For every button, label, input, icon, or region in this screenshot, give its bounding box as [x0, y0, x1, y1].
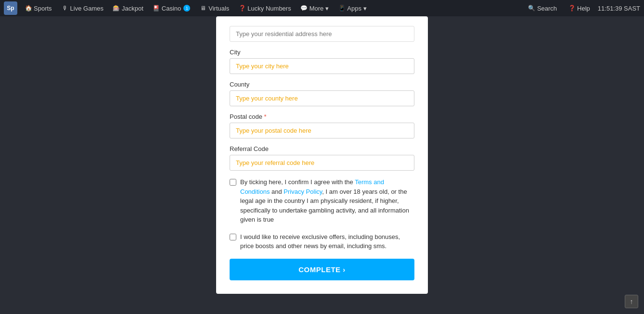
nav-virtuals-label: Virtuals [208, 5, 229, 12]
residential-address-input[interactable] [230, 26, 414, 42]
nav-casino[interactable]: 🎴 Casino 1 [149, 3, 194, 14]
complete-button[interactable]: COMPLETE › [230, 259, 414, 280]
nav-help-label: Help [577, 5, 590, 12]
nav-more-label: More [309, 5, 324, 12]
registration-form: City County Postal code * Referral Code … [216, 16, 428, 294]
navbar: Sp 🏠 Sports 🎙 Live Games 🎰 Jackpot 🎴 Cas… [0, 0, 644, 16]
apps-chevron-icon: ▾ [363, 5, 367, 12]
nav-help[interactable]: ❓ Help [565, 3, 594, 14]
live-icon: 🎙 [62, 5, 68, 12]
county-label: County [230, 81, 414, 88]
search-icon: 🔍 [528, 5, 535, 12]
county-input[interactable] [230, 90, 414, 106]
nav-apps-label: Apps [347, 5, 361, 12]
city-input[interactable] [230, 58, 414, 74]
referral-code-group: Referral Code [230, 145, 414, 171]
terms-checkbox[interactable] [230, 179, 236, 186]
jackpot-icon: 🎰 [113, 5, 120, 12]
nav-apps[interactable]: 📱 Apps ▾ [335, 3, 371, 14]
nav-search[interactable]: 🔍 Search [525, 3, 561, 14]
city-group: City [230, 49, 414, 74]
nav-sports-label: Sports [34, 5, 52, 12]
nav-virtuals[interactable]: 🖥 Virtuals [196, 3, 233, 14]
referral-code-label: Referral Code [230, 145, 414, 152]
more-icon: 💬 [301, 5, 308, 12]
postal-code-input[interactable] [230, 123, 414, 138]
more-chevron-icon: ▾ [325, 5, 329, 12]
offers-text: I would like to receive exclusive offers… [240, 232, 414, 251]
nav-more[interactable]: 💬 More ▾ [297, 3, 333, 14]
required-marker: * [264, 113, 267, 120]
city-label: City [230, 49, 414, 56]
nav-search-label: Search [537, 5, 557, 12]
referral-code-input[interactable] [230, 155, 414, 171]
casino-badge: 1 [183, 5, 190, 12]
arrow-up-icon: ↑ [630, 298, 633, 305]
nav-casino-label: Casino [162, 5, 181, 12]
virtuals-icon: 🖥 [200, 5, 206, 12]
terms-text: By ticking here, I confirm I agree with … [240, 177, 414, 225]
county-group: County [230, 81, 414, 106]
offers-checkbox-group: I would like to receive exclusive offers… [230, 232, 414, 251]
offers-checkbox[interactable] [230, 234, 236, 240]
current-time: 11:51:39 SAST [598, 5, 640, 12]
nav-right: 🔍 Search ❓ Help 11:51:39 SAST [525, 3, 640, 14]
nav-jackpot-label: Jackpot [122, 5, 143, 12]
lucky-numbers-icon: ❓ [239, 5, 245, 12]
nav-lucky-numbers[interactable]: ❓ Lucky Numbers [235, 3, 295, 14]
apps-icon: 📱 [338, 5, 345, 12]
nav-sports[interactable]: 🏠 Sports [21, 3, 56, 14]
privacy-policy-link[interactable]: Privacy Policy [283, 188, 322, 195]
nav-jackpot[interactable]: 🎰 Jackpot [109, 3, 147, 14]
scroll-top-button[interactable]: ↑ [625, 295, 638, 308]
home-icon: 🏠 [25, 5, 32, 12]
postal-code-group: Postal code * [230, 113, 414, 138]
casino-icon: 🎴 [153, 5, 160, 12]
nav-live-games[interactable]: 🎙 Live Games [58, 3, 107, 14]
page-background: City County Postal code * Referral Code … [0, 16, 644, 314]
help-icon: ❓ [568, 5, 575, 12]
terms-checkbox-group: By ticking here, I confirm I agree with … [230, 177, 414, 225]
nav-lucky-numbers-label: Lucky Numbers [247, 5, 291, 12]
postal-code-label: Postal code * [230, 113, 414, 120]
logo: Sp [4, 1, 17, 15]
nav-live-games-label: Live Games [70, 5, 103, 12]
